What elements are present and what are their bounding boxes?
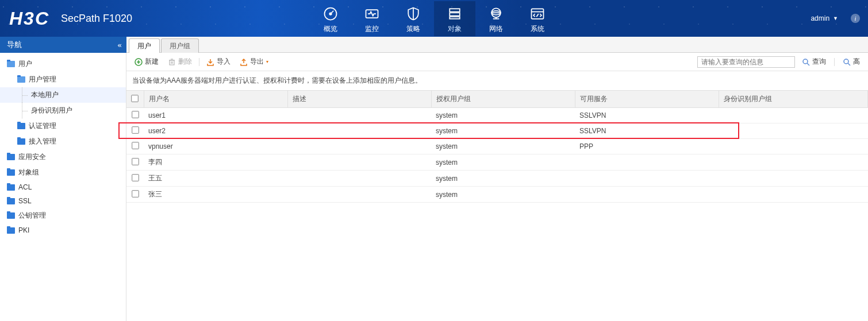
checkbox-icon[interactable] bbox=[132, 174, 139, 181]
sidebar-item-4[interactable]: 认证管理 bbox=[0, 118, 126, 134]
advanced-button[interactable]: 高 bbox=[839, 56, 863, 68]
magnifier-icon bbox=[843, 58, 851, 66]
folder-icon bbox=[7, 198, 15, 204]
admin-menu[interactable]: admin ▼ i bbox=[811, 14, 860, 23]
sidebar-item-label: 认证管理 bbox=[29, 121, 56, 131]
description-text: 当设备做为AAA服务器端对用户进行认证、授权和计费时，需要在设备上添加相应的用户… bbox=[126, 71, 868, 90]
col-service[interactable]: 可用服务 bbox=[575, 91, 719, 108]
checkbox-icon[interactable] bbox=[131, 95, 139, 102]
new-button[interactable]: 新建 bbox=[131, 56, 162, 68]
select-all-header[interactable] bbox=[126, 91, 144, 108]
svg-line-25 bbox=[807, 63, 809, 65]
table-row[interactable]: user1systemSSLVPN bbox=[126, 108, 868, 123]
svg-point-24 bbox=[803, 59, 808, 64]
svg-line-15 bbox=[536, 14, 539, 17]
table-row[interactable]: 张三system bbox=[126, 187, 868, 203]
folder-icon bbox=[7, 61, 15, 67]
folder-icon bbox=[7, 154, 15, 160]
tab-bar: 用户 用户组 bbox=[126, 37, 868, 53]
svg-rect-5 bbox=[450, 9, 460, 11]
folder-icon bbox=[7, 169, 15, 176]
import-icon bbox=[206, 58, 214, 66]
checkbox-icon[interactable] bbox=[132, 190, 139, 198]
sidebar-item-label: 用户管理 bbox=[29, 75, 56, 84]
magnifier-icon bbox=[802, 58, 810, 66]
svg-rect-7 bbox=[450, 17, 460, 19]
folder-icon bbox=[17, 123, 25, 129]
svg-point-2 bbox=[329, 13, 332, 15]
topnav-monitor[interactable]: 监控 bbox=[351, 1, 393, 36]
secondary-bar: 导航 « 用户 用户组 bbox=[0, 37, 868, 53]
sidebar-item-label: 对象组 bbox=[18, 168, 39, 177]
col-group[interactable]: 授权用户组 bbox=[431, 91, 575, 108]
info-icon[interactable]: i bbox=[851, 14, 860, 23]
col-idgroup[interactable]: 身份识别用户组 bbox=[719, 91, 868, 108]
sidebar-title: 导航 bbox=[7, 40, 22, 50]
folder-icon bbox=[7, 212, 15, 219]
caret-down-icon: ▾ bbox=[266, 59, 268, 64]
checkbox-icon[interactable] bbox=[132, 142, 139, 149]
sidebar-item-10[interactable]: 公钥管理 bbox=[0, 208, 126, 223]
tab-user[interactable]: 用户 bbox=[129, 38, 160, 53]
col-username[interactable]: 用户名 bbox=[144, 91, 287, 108]
export-button[interactable]: 导出 ▾ bbox=[236, 56, 272, 68]
tab-usergroup[interactable]: 用户组 bbox=[161, 38, 199, 53]
svg-line-27 bbox=[848, 63, 850, 65]
checkbox-icon[interactable] bbox=[132, 158, 139, 165]
topnav-network[interactable]: 网络 bbox=[475, 1, 517, 36]
topnav-system[interactable]: 系统 bbox=[517, 1, 558, 36]
main-panel: 新建 删除 导入 导出 ▾ 查询 bbox=[126, 53, 868, 321]
shield-icon bbox=[404, 5, 423, 23]
col-desc[interactable]: 描述 bbox=[287, 91, 431, 108]
sidebar-item-3[interactable]: 身份识别用户 bbox=[0, 103, 126, 118]
gauge-icon bbox=[321, 5, 340, 23]
sidebar-item-label: PKI bbox=[18, 226, 29, 234]
svg-rect-19 bbox=[170, 60, 174, 65]
sidebar-item-1[interactable]: 用户管理 bbox=[0, 72, 126, 87]
server-icon bbox=[445, 5, 464, 23]
trash-icon bbox=[168, 58, 176, 66]
svg-point-26 bbox=[844, 59, 848, 64]
sidebar-item-11[interactable]: PKI bbox=[0, 223, 126, 237]
checkbox-icon[interactable] bbox=[132, 111, 139, 118]
folder-icon bbox=[7, 227, 15, 234]
delete-button[interactable]: 删除 bbox=[164, 56, 195, 68]
plus-circle-icon bbox=[135, 58, 143, 66]
sidebar-item-8[interactable]: ACL bbox=[0, 180, 126, 194]
brand-logo: H3C bbox=[9, 8, 49, 29]
sidebar-item-label: ACL bbox=[18, 183, 32, 191]
sidebar-item-2[interactable]: 本地用户 bbox=[0, 87, 126, 103]
sidebar-header: 导航 « bbox=[0, 37, 126, 53]
sidebar-item-label: 用户 bbox=[18, 59, 32, 69]
sidebar-item-9[interactable]: SSL bbox=[0, 194, 126, 208]
svg-rect-6 bbox=[450, 13, 460, 16]
sidebar-item-label: 接入管理 bbox=[29, 137, 56, 146]
table-row[interactable]: user2systemSSLVPN bbox=[126, 123, 868, 139]
search-input[interactable] bbox=[697, 56, 795, 68]
user-table: 用户名 描述 授权用户组 可用服务 身份识别用户组 user1systemSSL… bbox=[126, 90, 868, 203]
search-button[interactable]: 查询 bbox=[798, 56, 829, 68]
checkbox-icon[interactable] bbox=[132, 126, 139, 134]
table-row[interactable]: 王五system bbox=[126, 171, 868, 187]
table-row[interactable]: vpnusersystemPPP bbox=[126, 139, 868, 154]
folder-icon bbox=[17, 138, 25, 145]
export-icon bbox=[240, 58, 248, 66]
toolbar: 新建 删除 导入 导出 ▾ 查询 bbox=[126, 53, 868, 71]
sidebar-item-7[interactable]: 对象组 bbox=[0, 165, 126, 180]
sidebar-item-label: SSL bbox=[18, 197, 32, 205]
admin-name: admin bbox=[811, 14, 829, 22]
table-row[interactable]: 李四system bbox=[126, 154, 868, 171]
sidebar-item-label: 公钥管理 bbox=[18, 211, 46, 221]
collapse-sidebar-icon[interactable]: « bbox=[117, 41, 122, 49]
sidebar-item-0[interactable]: 用户 bbox=[0, 56, 126, 72]
sidebar-item-6[interactable]: 应用安全 bbox=[0, 149, 126, 165]
sidebar-item-label: 身份识别用户 bbox=[31, 106, 72, 115]
sidebar-item-5[interactable]: 接入管理 bbox=[0, 134, 126, 149]
topnav-policy[interactable]: 策略 bbox=[393, 1, 434, 36]
sidebar-item-label: 本地用户 bbox=[31, 90, 59, 100]
app-header: H3C SecPath F1020 概览 监控 策略 对象 网络 系统 admi… bbox=[0, 0, 868, 37]
import-button[interactable]: 导入 bbox=[203, 56, 234, 68]
topnav-overview[interactable]: 概览 bbox=[310, 1, 351, 36]
code-window-icon bbox=[528, 5, 547, 23]
topnav-object[interactable]: 对象 bbox=[434, 1, 475, 36]
